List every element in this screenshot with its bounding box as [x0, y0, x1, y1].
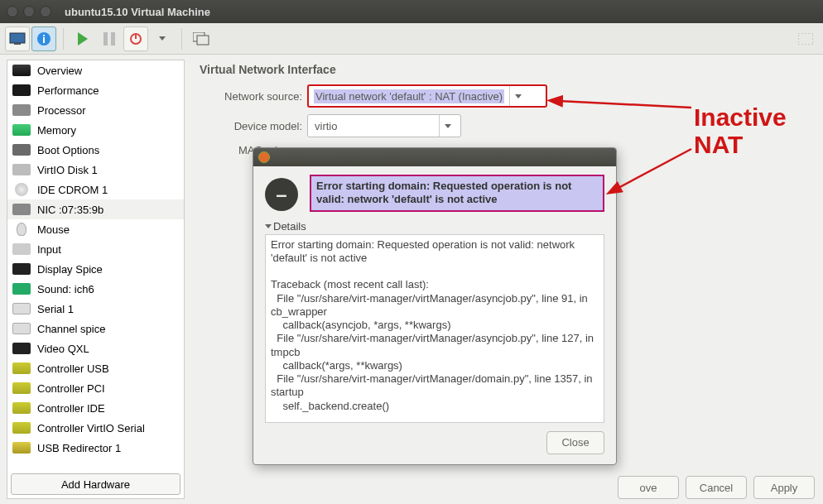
sidebar-item-controller-usb[interactable]: Controller USB [7, 358, 184, 378]
fullscreen-button[interactable] [793, 26, 818, 51]
chevron-down-icon [515, 94, 522, 98]
sidebar-item-boot-options[interactable]: Boot Options [7, 140, 184, 160]
sidebar-item-label: Performance [37, 84, 99, 97]
sidebar-item-serial-1[interactable]: Serial 1 [7, 299, 184, 319]
sidebar-item-performance[interactable]: Performance [7, 80, 184, 100]
window-close-icon[interactable] [7, 6, 18, 17]
sidebar-item-label: Video QXL [37, 343, 89, 355]
sidebar-item-label: Serial 1 [37, 303, 74, 315]
sidebar-item-label: Channel spice [37, 323, 105, 335]
device-icon [12, 203, 31, 216]
device-icon [12, 362, 31, 375]
sidebar-item-label: IDE CDROM 1 [37, 184, 108, 196]
close-button[interactable]: Close [546, 431, 604, 454]
sidebar-item-label: Sound: ich6 [37, 283, 94, 295]
svg-rect-1 [14, 43, 21, 45]
network-source-combo[interactable]: Virtual network 'default' : NAT (Inactiv… [307, 84, 547, 108]
svg-rect-3 [43, 35, 45, 36]
sidebar-item-ide-cdrom-1[interactable]: IDE CDROM 1 [7, 180, 184, 199]
add-hardware-button[interactable]: Add Hardware [11, 473, 180, 495]
device-icon [12, 262, 31, 276]
shutdown-menu-button[interactable] [150, 26, 175, 51]
device-icon [12, 421, 31, 434]
chevron-down-icon [159, 36, 166, 41]
sidebar-item-video-qxl[interactable]: Video QXL [7, 338, 184, 358]
sidebar-item-label: Controller PCI [37, 382, 105, 395]
device-model-combo[interactable]: virtio [307, 114, 461, 137]
sidebar-item-label: Controller VirtIO Serial [37, 422, 145, 434]
sidebar-item-overview[interactable]: Overview [7, 60, 184, 80]
device-icon [12, 282, 31, 295]
details-view-button[interactable] [31, 26, 56, 51]
toolbar [0, 23, 823, 55]
device-icon [12, 302, 31, 315]
sidebar-item-memory[interactable]: Memory [7, 120, 184, 140]
chevron-down-icon [445, 124, 451, 128]
device-model-value: virtio [313, 119, 339, 133]
sidebar-item-label: NIC :07:35:9b [37, 204, 103, 216]
sidebar-item-controller-pci[interactable]: Controller PCI [7, 378, 184, 398]
apply-button[interactable]: Apply [753, 476, 815, 499]
device-model-label: Device model: [200, 120, 307, 132]
sidebar-item-sound-ich6[interactable]: Sound: ich6 [7, 279, 184, 299]
sidebar-item-label: Controller IDE [37, 402, 105, 415]
device-icon [12, 123, 31, 137]
sidebar-item-controller-ide[interactable]: Controller IDE [7, 398, 184, 418]
device-icon [12, 64, 31, 77]
window-maximize-icon[interactable] [40, 6, 51, 17]
sidebar-item-controller-virtio-serial[interactable]: Controller VirtIO Serial [7, 418, 184, 438]
remove-button[interactable]: ove [618, 476, 679, 499]
sidebar-item-label: Memory [37, 124, 76, 137]
console-view-button[interactable] [5, 26, 30, 51]
device-icon [12, 382, 31, 395]
sidebar-item-label: Input [37, 243, 61, 256]
device-icon [12, 143, 31, 156]
shutdown-vm-button[interactable] [123, 26, 148, 51]
sidebar-item-label: Controller USB [37, 362, 109, 375]
sidebar-item-label: VirtIO Disk 1 [37, 164, 98, 176]
window-minimize-icon[interactable] [23, 6, 35, 17]
svg-rect-11 [798, 33, 813, 45]
device-icon [12, 163, 31, 176]
svg-rect-10 [197, 36, 209, 45]
device-icon [12, 223, 31, 236]
sidebar-item-label: Display Spice [37, 263, 103, 276]
error-details-text: Error starting domain: Requested operati… [265, 234, 604, 423]
pause-vm-button[interactable] [97, 26, 122, 51]
sidebar-item-usb-redirector-1[interactable]: USB Redirector 1 [7, 438, 184, 458]
close-icon[interactable] [258, 151, 270, 163]
window-title: ubuntu15.10 Virtual Machine [65, 6, 210, 18]
error-message: Error starting domain: Requested operati… [310, 175, 604, 212]
snapshots-button[interactable] [189, 26, 214, 51]
device-icon [12, 441, 31, 454]
svg-rect-4 [43, 37, 45, 43]
sidebar-item-processor[interactable]: Processor [7, 100, 184, 120]
sidebar-item-label: Overview [37, 65, 82, 77]
network-source-label: Network source: [200, 90, 307, 103]
error-dialog: – Error starting domain: Requested opera… [253, 147, 617, 465]
sidebar-item-display-spice[interactable]: Display Spice [7, 259, 184, 279]
panel-title: Virtual Network Interface [200, 63, 811, 76]
sidebar-item-nic-07-35-9b[interactable]: NIC :07:35:9b [7, 199, 184, 219]
cancel-button[interactable]: Cancel [686, 476, 747, 499]
sidebar-item-label: Mouse [37, 223, 70, 236]
sidebar-item-input[interactable]: Input [7, 239, 184, 259]
run-vm-button[interactable] [70, 26, 95, 51]
device-icon [12, 242, 31, 256]
hardware-sidebar: OverviewPerformanceProcessorMemoryBoot O… [7, 60, 185, 499]
window-titlebar: ubuntu15.10 Virtual Machine [0, 0, 823, 23]
device-icon [12, 103, 31, 117]
sidebar-item-channel-spice[interactable]: Channel spice [7, 319, 184, 338]
sidebar-item-label: USB Redirector 1 [37, 442, 121, 454]
sidebar-item-label: Processor [37, 104, 86, 117]
sidebar-item-mouse[interactable]: Mouse [7, 219, 184, 239]
chevron-down-icon [265, 224, 272, 228]
sidebar-item-virtio-disk-1[interactable]: VirtIO Disk 1 [7, 160, 184, 180]
dialog-titlebar[interactable] [253, 148, 616, 166]
device-icon [12, 342, 31, 355]
details-label-text: Details [273, 220, 306, 233]
details-expander[interactable]: Details [265, 220, 604, 233]
svg-rect-5 [103, 32, 108, 46]
error-icon: – [265, 178, 298, 211]
device-icon [12, 84, 31, 97]
